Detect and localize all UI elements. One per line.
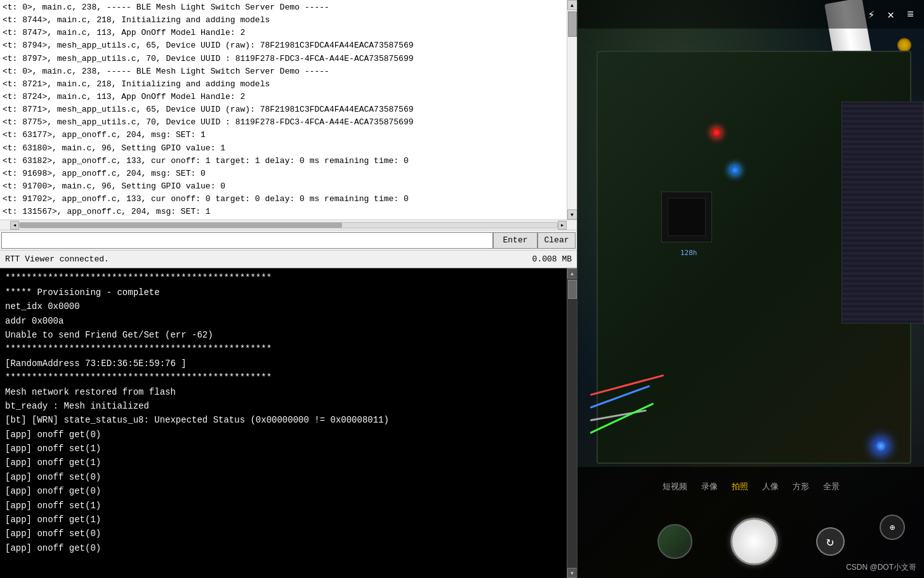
- camera-bottom-bar: 短视频 录像 拍照 人像 方形 全景 ↻ ⊕: [578, 467, 924, 578]
- terminal-line: [app] onoff get(1): [5, 456, 572, 470]
- terminal-line: Mesh network restored from flash: [5, 385, 572, 399]
- led-red: [712, 128, 721, 137]
- shutter-button[interactable]: [730, 518, 778, 565]
- scroll-down-btn[interactable]: ▼: [567, 209, 578, 220]
- memory-size: 0.008 MB: [532, 254, 572, 264]
- terminal-line: addr 0x000a: [5, 314, 572, 328]
- close-icon[interactable]: ✕: [887, 8, 894, 22]
- lower-scroll-up-btn[interactable]: ▲: [567, 268, 578, 279]
- terminal-line: <t: 8794>, mesh_app_utils.c, 65, Device …: [3, 39, 574, 52]
- terminal-line: <t: 63182>, app_onoff.c, 133, cur onoff:…: [3, 155, 574, 167]
- mode-photo[interactable]: 拍照: [732, 481, 748, 492]
- connection-status: RTT Viewer connected.: [5, 254, 109, 264]
- upper-terminal-vscrollbar[interactable]: ▲ ▼: [567, 0, 577, 220]
- wires-area: [590, 388, 717, 464]
- zoom-button[interactable]: ⊕: [880, 515, 905, 540]
- terminal-line: net_idx 0x0000: [5, 299, 572, 313]
- terminal-line: <t: 63180>, main.c, 96, Setting GPIO val…: [3, 142, 574, 155]
- status-bar: RTT Viewer connected. 0.008 MB: [0, 250, 577, 268]
- flash-icon[interactable]: ⚡: [868, 8, 875, 22]
- terminal-line: ****************************************…: [5, 371, 572, 384]
- terminal-line: <t: 91702>, app_onoff.c, 133, cur onoff:…: [3, 193, 574, 206]
- terminal-line: <t: 131567>, app_onoff.c, 204, msg: SET:…: [3, 206, 574, 218]
- digit-display: 128h: [680, 249, 697, 257]
- terminal-line: <t: 0>, main.c, 238, ----- BLE Mesh Ligh…: [3, 65, 574, 78]
- terminal-line: <t: 8775>, mesh_app_utils.c, 70, Device …: [3, 116, 574, 129]
- breadboard: [842, 102, 924, 324]
- terminal-line: Unable to send Friend Get/Set (err -62): [5, 328, 572, 342]
- left-panel: <t: 0>, main.c, 238, ----- BLE Mesh Ligh…: [0, 0, 578, 578]
- upper-terminal-hscrollbar[interactable]: ◀ ▶: [0, 220, 577, 230]
- shutter-area: ↻: [578, 518, 924, 565]
- watermark: CSDN @DOT小文哥: [846, 562, 916, 573]
- terminal-line: <t: 8744>, main.c, 218, Initializing and…: [3, 14, 574, 27]
- terminal-line: <t: 8747>, main.c, 113, App OnOff Model …: [3, 27, 574, 39]
- zoom-icon: ⊕: [890, 522, 895, 533]
- hscroll-track[interactable]: [19, 222, 558, 228]
- terminal-line: <t: 63177>, app_onoff.c, 204, msg: SET: …: [3, 129, 574, 141]
- yellow-component: [897, 38, 911, 52]
- hscroll-left-btn[interactable]: ◀: [10, 221, 19, 230]
- hscroll-thumb[interactable]: [20, 223, 342, 228]
- lower-scroll-thumb[interactable]: [568, 280, 577, 299]
- terminal-line: <t: 0>, main.c, 238, ----- BLE Mesh Ligh…: [3, 1, 574, 14]
- terminal-line: ****************************************…: [5, 271, 572, 285]
- mode-short-video[interactable]: 短视频: [663, 481, 687, 492]
- terminal-line: <t: 8797>, mesh_app_utils.c, 70, Device …: [3, 53, 574, 65]
- terminal-line: [app] onoff get(1): [5, 513, 572, 527]
- terminal-line: [app] onoff get(0): [5, 428, 572, 442]
- terminal-line: ***** Provisioning - complete: [5, 286, 572, 299]
- right-panel: 128h ⚡ ✕ ≡ 短视频 录像 拍照 人像 方形: [578, 0, 924, 578]
- camera-mode-labels: 短视频 录像 拍照 人像 方形 全景: [578, 481, 924, 492]
- enter-button[interactable]: Enter: [493, 232, 538, 249]
- upper-terminal-scroll-area[interactable]: <t: 0>, main.c, 238, ----- BLE Mesh Ligh…: [0, 0, 577, 220]
- terminal-line: [app] onoff get(0): [5, 541, 572, 555]
- lower-terminal-content: ****************************************…: [0, 268, 577, 558]
- terminal-line: <t: 91698>, app_onoff.c, 204, msg: SET: …: [3, 167, 574, 180]
- lower-terminal[interactable]: ****************************************…: [0, 268, 577, 578]
- terminal-line: [app] onoff set(1): [5, 442, 572, 456]
- scroll-thumb[interactable]: [568, 11, 577, 37]
- led-blue2: [876, 441, 886, 451]
- hscroll-right-btn[interactable]: ▶: [558, 221, 567, 230]
- terminal-line: bt_ready : Mesh initialized: [5, 399, 572, 413]
- terminal-input-bar: Enter Clear: [0, 230, 577, 250]
- terminal-line: ****************************************…: [5, 342, 572, 356]
- terminal-line: [app] onoff set(1): [5, 499, 572, 513]
- terminal-line: <t: 8724>, main.c, 113, App OnOff Model …: [3, 91, 574, 103]
- terminal-line: [bt] [WRN] state_status_u8: Unexpected S…: [5, 413, 572, 427]
- camera-rotate-button[interactable]: ↻: [816, 527, 845, 556]
- terminal-line: [app] onoff get(0): [5, 484, 572, 498]
- terminal-line: <t: 8771>, mesh_app_utils.c, 65, Device …: [3, 103, 574, 116]
- upper-terminal-content: <t: 0>, main.c, 238, ----- BLE Mesh Ligh…: [0, 0, 577, 220]
- scroll-up-btn[interactable]: ▲: [567, 0, 578, 10]
- clear-button[interactable]: Clear: [538, 232, 576, 249]
- menu-icon[interactable]: ≡: [907, 8, 914, 21]
- upper-terminal: <t: 0>, main.c, 238, ----- BLE Mesh Ligh…: [0, 0, 577, 268]
- terminal-line: [app] onoff set(0): [5, 527, 572, 541]
- mode-video[interactable]: 录像: [701, 481, 718, 492]
- terminal-line: [RandomAddress 73:ED:36:5E:59:76 ]: [5, 357, 572, 371]
- terminal-line: <t: 8721>, main.c, 218, Initializing and…: [3, 78, 574, 91]
- terminal-input[interactable]: [1, 232, 493, 249]
- lower-scroll-down-btn[interactable]: ▼: [567, 568, 578, 578]
- mode-panorama[interactable]: 全景: [823, 481, 840, 492]
- terminal-line: <t: 91700>, main.c, 96, Setting GPIO val…: [3, 180, 574, 193]
- terminal-line: [app] onoff set(0): [5, 470, 572, 484]
- thumbnail-circle[interactable]: [657, 524, 692, 559]
- mode-portrait[interactable]: 人像: [762, 481, 779, 492]
- lower-terminal-vscrollbar[interactable]: ▲ ▼: [567, 268, 577, 578]
- black-module-inner: [668, 198, 706, 236]
- led-blue: [731, 166, 739, 174]
- camera-top-bar: ⚡ ✕ ≡: [578, 0, 924, 29]
- black-module: [661, 192, 712, 242]
- hardware-background: 128h ⚡ ✕ ≡ 短视频 录像 拍照 人像 方形: [578, 0, 924, 578]
- mode-square[interactable]: 方形: [793, 481, 809, 492]
